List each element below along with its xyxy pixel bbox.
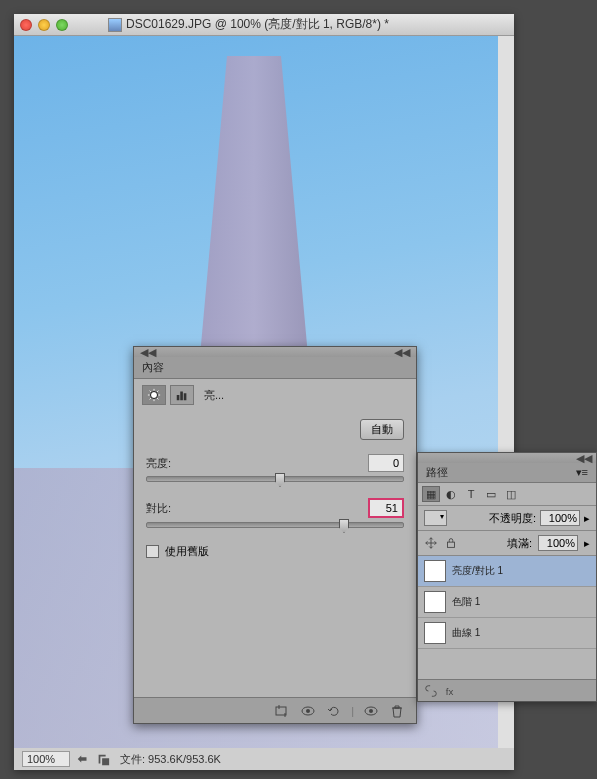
- contrast-thumb[interactable]: [339, 519, 349, 533]
- levels-icon[interactable]: [170, 385, 194, 405]
- filter-shape-icon[interactable]: ▭: [482, 486, 500, 502]
- lock-icon[interactable]: [444, 536, 458, 550]
- brightness-slider[interactable]: [146, 476, 404, 482]
- hand-icon[interactable]: [76, 752, 90, 766]
- layer-item[interactable]: 色階 1: [418, 587, 596, 618]
- status-bar: 100% 文件: 953.6K/953.6K: [14, 748, 514, 770]
- opacity-label: 不透明度:: [489, 511, 536, 526]
- link-icon[interactable]: [424, 684, 438, 698]
- brightness-label: 亮度:: [146, 456, 194, 471]
- brightness-contrast-icon[interactable]: [142, 385, 166, 405]
- lock-row: 填滿: ▸: [418, 531, 596, 556]
- panel-tab-label: 內容: [142, 360, 164, 375]
- layer-thumb: [424, 591, 446, 613]
- legacy-label: 使用舊版: [165, 544, 209, 559]
- contrast-input[interactable]: [368, 498, 404, 518]
- export-icon[interactable]: [96, 752, 110, 766]
- contrast-slider[interactable]: [146, 522, 404, 528]
- filter-pixel-icon[interactable]: ▦: [422, 486, 440, 502]
- layer-name: 色階 1: [452, 595, 480, 609]
- layers-filter-toolbar: ▦ ◐ T ▭ ◫: [418, 483, 596, 506]
- titlebar: DSC01629.JPG @ 100% (亮度/對比 1, RGB/8*) *: [14, 14, 514, 36]
- trash-icon[interactable]: [388, 703, 406, 719]
- svg-rect-9: [448, 542, 455, 547]
- contrast-label: 對比:: [146, 501, 194, 516]
- filter-smart-icon[interactable]: ◫: [502, 486, 520, 502]
- layers-panel: ◀◀ 路徑 ▾≡ ▦ ◐ T ▭ ◫ 不透明度: ▸ 填滿: ▸ 亮度/對比 1…: [417, 452, 597, 702]
- document-title: DSC01629.JPG @ 100% (亮度/對比 1, RGB/8*) *: [126, 16, 389, 33]
- layers-footer: fx: [418, 679, 596, 701]
- svg-rect-3: [184, 393, 187, 400]
- adjustments-panel: ◀◀ ◀◀ 內容 亮... 自動 亮度: 對比: 使用舊版: [133, 346, 417, 724]
- opacity-row: 不透明度: ▸: [418, 506, 596, 531]
- fx-icon[interactable]: fx: [444, 684, 458, 698]
- brightness-input[interactable]: [368, 454, 404, 472]
- minimize-button[interactable]: [38, 19, 50, 31]
- layers-tab: 路徑 ▾≡: [418, 463, 596, 483]
- svg-text:fx: fx: [446, 685, 454, 696]
- layer-item[interactable]: 亮度/對比 1: [418, 556, 596, 587]
- collapse-right-icon[interactable]: ◀◀: [394, 346, 410, 359]
- legacy-checkbox[interactable]: [146, 545, 159, 558]
- svg-rect-2: [180, 392, 183, 401]
- legacy-row: 使用舊版: [146, 544, 404, 559]
- opacity-stepper-icon[interactable]: ▸: [584, 512, 590, 525]
- clip-icon[interactable]: [273, 703, 291, 719]
- fill-input[interactable]: [538, 535, 578, 551]
- reset-icon[interactable]: [325, 703, 343, 719]
- opacity-input[interactable]: [540, 510, 580, 526]
- layers-tab-label[interactable]: 路徑: [426, 465, 448, 480]
- layer-thumb: [424, 622, 446, 644]
- brightness-row: 亮度:: [146, 454, 404, 472]
- zoom-button[interactable]: [56, 19, 68, 31]
- filter-adjustment-icon[interactable]: ◐: [442, 486, 460, 502]
- blend-mode-dropdown[interactable]: [424, 510, 447, 526]
- layer-thumb: [424, 560, 446, 582]
- move-icon[interactable]: [424, 536, 438, 550]
- svg-point-8: [369, 709, 373, 713]
- filesize-label: 文件: 953.6K/953.6K: [120, 752, 221, 767]
- fill-label: 填滿:: [507, 536, 532, 551]
- panel-tab[interactable]: 內容: [134, 357, 416, 379]
- svg-point-0: [151, 392, 158, 399]
- panel-menu-icon[interactable]: ▾≡: [576, 466, 588, 479]
- adj-body: 自動 亮度: 對比: 使用舊版: [134, 411, 416, 567]
- layers-header[interactable]: ◀◀: [418, 453, 596, 463]
- document-icon: [108, 18, 122, 32]
- contrast-row: 對比:: [146, 498, 404, 518]
- adj-toolbar: 亮...: [134, 379, 416, 411]
- svg-rect-1: [177, 395, 180, 400]
- layer-item[interactable]: 曲線 1: [418, 618, 596, 649]
- adj-footer: |: [134, 697, 416, 723]
- svg-point-6: [306, 709, 310, 713]
- layer-name: 亮度/對比 1: [452, 564, 503, 578]
- status-icons: [76, 752, 110, 766]
- brightness-thumb[interactable]: [275, 473, 285, 487]
- traffic-lights: [20, 19, 68, 31]
- fill-stepper-icon[interactable]: ▸: [584, 537, 590, 550]
- collapse-left-icon[interactable]: ◀◀: [140, 346, 156, 359]
- filter-type-icon[interactable]: T: [462, 486, 480, 502]
- layer-name: 曲線 1: [452, 626, 480, 640]
- adj-mode-label: 亮...: [204, 388, 224, 403]
- close-button[interactable]: [20, 19, 32, 31]
- eye-icon[interactable]: [299, 703, 317, 719]
- layers-collapse-icon[interactable]: ◀◀: [576, 452, 592, 465]
- visibility-icon[interactable]: [362, 703, 380, 719]
- zoom-level[interactable]: 100%: [22, 751, 70, 767]
- auto-button[interactable]: 自動: [360, 419, 404, 440]
- panel-header[interactable]: ◀◀ ◀◀: [134, 347, 416, 357]
